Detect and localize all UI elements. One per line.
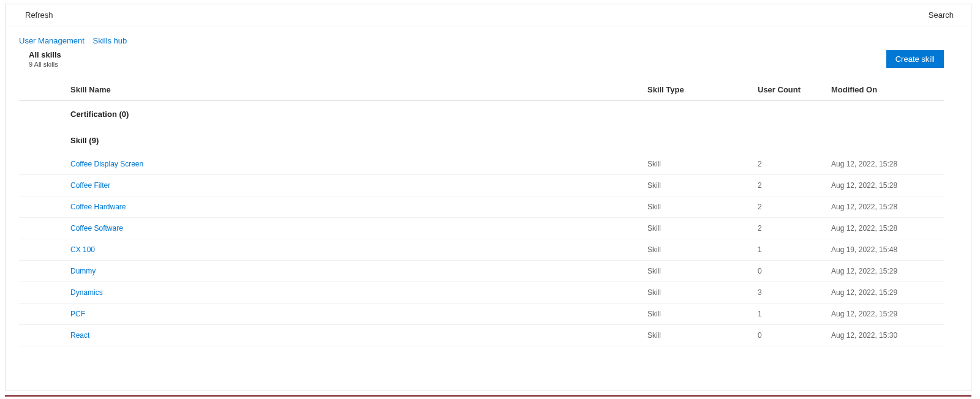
col-user-count[interactable]: User Count bbox=[754, 79, 827, 101]
skill-type-cell: Skill bbox=[644, 282, 754, 304]
breadcrumb-skills-hub[interactable]: Skills hub bbox=[93, 36, 127, 45]
breadcrumb: User Management Skills hub bbox=[19, 36, 944, 45]
skill-link[interactable]: Coffee Software bbox=[70, 224, 123, 233]
table-row[interactable]: CX 100Skill1Aug 19, 2022, 15:48 bbox=[19, 239, 944, 261]
table-row[interactable]: Coffee Display ScreenSkill2Aug 12, 2022,… bbox=[19, 154, 944, 175]
skill-link[interactable]: Dummy bbox=[70, 267, 96, 275]
col-skill-name[interactable]: Skill Name bbox=[67, 79, 644, 101]
skill-link[interactable]: Coffee Hardware bbox=[70, 203, 126, 211]
skill-link[interactable]: Dynamics bbox=[70, 288, 103, 297]
user-count-cell: 1 bbox=[754, 239, 827, 261]
skill-type-cell: Skill bbox=[644, 325, 754, 346]
modified-on-cell: Aug 12, 2022, 15:29 bbox=[827, 304, 944, 325]
breadcrumb-user-management[interactable]: User Management bbox=[19, 36, 85, 45]
modified-on-cell: Aug 12, 2022, 15:29 bbox=[827, 261, 944, 282]
skill-type-cell: Skill bbox=[644, 261, 754, 282]
modified-on-cell: Aug 12, 2022, 15:28 bbox=[827, 196, 944, 218]
skill-type-cell: Skill bbox=[644, 196, 754, 218]
table-row[interactable]: ReactSkill0Aug 12, 2022, 15:30 bbox=[19, 325, 944, 346]
table-row[interactable]: Coffee HardwareSkill2Aug 12, 2022, 15:28 bbox=[19, 196, 944, 218]
user-count-cell: 2 bbox=[754, 175, 827, 196]
page-title: All skills bbox=[29, 50, 61, 59]
modified-on-cell: Aug 19, 2022, 15:48 bbox=[827, 239, 944, 261]
skill-type-cell: Skill bbox=[644, 218, 754, 239]
user-count-cell: 0 bbox=[754, 261, 827, 282]
refresh-button[interactable]: Refresh bbox=[25, 10, 53, 20]
toolbar: Refresh Search bbox=[6, 4, 971, 26]
table-row[interactable]: PCFSkill1Aug 12, 2022, 15:29 bbox=[19, 304, 944, 325]
table-row[interactable]: DummySkill0Aug 12, 2022, 15:29 bbox=[19, 261, 944, 282]
user-count-cell: 3 bbox=[754, 282, 827, 304]
modified-on-cell: Aug 12, 2022, 15:28 bbox=[827, 154, 944, 175]
col-modified-on[interactable]: Modified On bbox=[827, 79, 944, 101]
table-row[interactable]: DynamicsSkill3Aug 12, 2022, 15:29 bbox=[19, 282, 944, 304]
main-card: Refresh Search User Management Skills hu… bbox=[5, 4, 971, 390]
table-row[interactable]: Coffee SoftwareSkill2Aug 12, 2022, 15:28 bbox=[19, 218, 944, 239]
skill-link[interactable]: React bbox=[70, 331, 89, 340]
group-header[interactable]: Skill (9) bbox=[19, 127, 944, 154]
skill-type-cell: Skill bbox=[644, 154, 754, 175]
group-header[interactable]: Certification (0) bbox=[19, 101, 944, 128]
table-row[interactable]: Coffee FilterSkill2Aug 12, 2022, 15:28 bbox=[19, 175, 944, 196]
modified-on-cell: Aug 12, 2022, 15:28 bbox=[827, 218, 944, 239]
modified-on-cell: Aug 12, 2022, 15:29 bbox=[827, 282, 944, 304]
modified-on-cell: Aug 12, 2022, 15:28 bbox=[827, 175, 944, 196]
skill-type-cell: Skill bbox=[644, 304, 754, 325]
skill-link[interactable]: CX 100 bbox=[70, 245, 95, 254]
user-count-cell: 2 bbox=[754, 196, 827, 218]
user-count-cell: 2 bbox=[754, 154, 827, 175]
footer-divider bbox=[5, 395, 971, 397]
skill-link[interactable]: Coffee Filter bbox=[70, 181, 110, 190]
group-label: Certification (0) bbox=[67, 101, 944, 128]
group-label: Skill (9) bbox=[67, 127, 944, 154]
search-button[interactable]: Search bbox=[929, 10, 954, 20]
skill-link[interactable]: PCF bbox=[70, 310, 85, 318]
user-count-cell: 0 bbox=[754, 325, 827, 346]
user-count-cell: 1 bbox=[754, 304, 827, 325]
skill-link[interactable]: Coffee Display Screen bbox=[70, 160, 143, 168]
skill-type-cell: Skill bbox=[644, 175, 754, 196]
skill-type-cell: Skill bbox=[644, 239, 754, 261]
modified-on-cell: Aug 12, 2022, 15:30 bbox=[827, 325, 944, 346]
col-skill-type[interactable]: Skill Type bbox=[644, 79, 754, 101]
skills-table: Skill Name Skill Type User Count Modifie… bbox=[19, 79, 944, 346]
page-subtitle: 9 All skills bbox=[29, 61, 61, 68]
create-skill-button[interactable]: Create skill bbox=[886, 50, 944, 68]
user-count-cell: 2 bbox=[754, 218, 827, 239]
